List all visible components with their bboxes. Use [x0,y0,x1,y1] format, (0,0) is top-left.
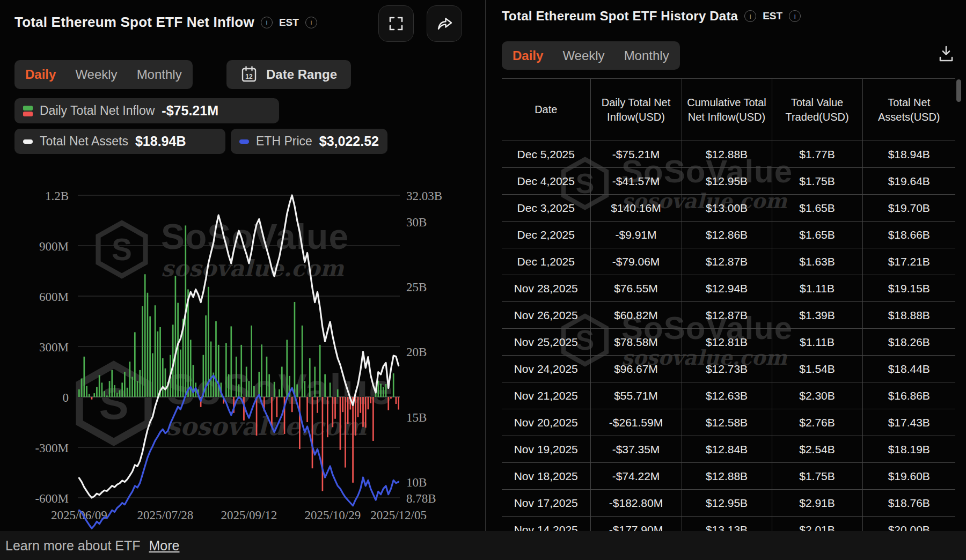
share-button[interactable] [427,5,462,42]
cell-assets: $19.60B [862,463,955,490]
cell-cumulative: $12.87B [682,302,772,329]
cell-date: Dec 1,2025 [502,248,590,275]
tab-monthly[interactable]: Monthly [624,48,669,63]
legend-label: Total Net Assets [40,134,128,149]
cell-inflow: $96.67M [590,356,682,382]
cell-inflow: -$74.22M [590,463,682,490]
date-range-button[interactable]: 12 Date Range [226,60,351,89]
table-row: Dec 3,2025$140.16M$13.00B$1.65B$19.70B [502,195,955,222]
cell-cumulative: $13.13B [682,517,772,532]
timezone-label: EST [763,10,782,22]
table-period-tabs: DailyWeeklyMonthly [502,41,680,70]
history-data-table: DateDaily Total Net Inflow(USD)Cumulativ… [502,78,955,531]
cell-cumulative: $12.88B [682,141,772,168]
cell-inflow: -$37.35M [590,436,682,463]
cell-assets: $18.88B [862,302,955,329]
cell-assets: $17.43B [862,409,955,436]
cell-date: Dec 5,2025 [502,141,590,168]
chart-period-tabs: DailyWeeklyMonthly [14,60,193,89]
legend-chip-eth-price[interactable]: ETH Price$3,022.52 [231,129,387,154]
tab-monthly[interactable]: Monthly [137,67,182,82]
info-icon[interactable]: i [305,17,317,28]
cell-date: Nov 14,2025 [502,517,590,532]
legend-label: ETH Price [256,134,312,149]
table-title: Total Ethereum Spot ETF History Data [502,9,738,24]
cell-date: Nov 21,2025 [502,382,590,409]
cell-traded: $1.65B [772,222,862,248]
legend-value: $18.94B [135,134,186,149]
cell-date: Dec 2,2025 [502,222,590,248]
table-row: Nov 24,2025$96.67M$12.73B$1.54B$18.44B [502,356,955,382]
table-row: Nov 25,2025$78.58M$12.81B$1.11B$18.26B [502,329,955,356]
cell-date: Nov 26,2025 [502,302,590,329]
cell-inflow: -$75.21M [590,141,682,168]
cell-traded: $2.54B [772,436,862,463]
table-row: Dec 4,2025-$41.57M$12.95B$1.75B$19.64B [502,168,955,195]
cell-date: Nov 25,2025 [502,329,590,356]
panel-divider [485,0,486,531]
download-button[interactable] [937,44,955,63]
cell-inflow: -$41.57M [590,168,682,195]
tab-daily[interactable]: Daily [513,48,543,63]
cell-date: Nov 28,2025 [502,275,590,302]
cell-traded: $1.11B [772,275,862,302]
cell-traded: $2.01B [772,517,862,532]
cell-date: Nov 17,2025 [502,490,590,517]
column-header: Total Net Assets(USD) [862,79,955,141]
cell-cumulative: $12.94B [682,275,772,302]
footer-more-link[interactable]: More [149,538,180,554]
cell-traded: $1.65B [772,195,862,222]
cell-assets: $18.26B [862,329,955,356]
table-row: Dec 2,2025-$9.91M$12.86B$1.65B$18.66B [502,222,955,248]
cell-traded: $1.54B [772,356,862,382]
table-row: Dec 5,2025-$75.21M$12.88B$1.77B$18.94B [502,141,955,168]
cell-cumulative: $12.87B [682,248,772,275]
cell-traded: $2.30B [772,382,862,409]
cell-traded: $1.75B [772,463,862,490]
cell-traded: $2.76B [772,409,862,436]
cell-inflow: -$79.06M [590,248,682,275]
cell-assets: $17.21B [862,248,955,275]
table-scrollbar[interactable] [956,79,961,102]
cell-cumulative: $12.84B [682,436,772,463]
footer-text: Learn more about ETF [5,538,141,554]
cell-date: Nov 24,2025 [502,356,590,382]
cell-date: Dec 4,2025 [502,168,590,195]
cell-assets: $16.86B [862,382,955,409]
cell-traded: $1.63B [772,248,862,275]
cell-inflow: -$9.91M [590,222,682,248]
cell-inflow: -$182.80M [590,490,682,517]
share-icon [436,16,453,32]
column-header: Total Value Traded(USD) [772,79,862,141]
cell-inflow: -$261.59M [590,409,682,436]
etf-net-inflow-panel: Total Ethereum Spot ETF Net Inflow i EST… [0,0,485,531]
tab-weekly[interactable]: Weekly [562,48,604,63]
table-row: Nov 26,2025$60.82M$12.87B$1.39B$18.88B [502,302,955,329]
info-icon[interactable]: i [261,17,273,28]
cell-cumulative: $12.58B [682,409,772,436]
cell-traded: $1.75B [772,168,862,195]
table-row: Dec 1,2025-$79.06M$12.87B$1.63B$17.21B [502,248,955,275]
legend-value: -$75.21M [162,103,218,119]
legend-chip-total-net-assets[interactable]: Total Net Assets$18.94B [14,129,225,154]
table-row: Nov 17,2025-$182.80M$12.95B$2.91B$18.76B [502,490,955,517]
fullscreen-button[interactable] [378,5,414,42]
svg-text:12: 12 [245,73,253,80]
legend-chip-daily-total-net-inflow[interactable]: Daily Total Net Inflow-$75.21M [14,98,279,123]
cell-traded: $2.91B [772,490,862,517]
cell-assets: $18.66B [862,222,955,248]
tab-weekly[interactable]: Weekly [75,67,117,82]
fullscreen-icon [389,16,404,31]
tab-daily[interactable]: Daily [25,67,56,82]
cell-date: Dec 3,2025 [502,195,590,222]
info-icon[interactable]: i [744,10,756,22]
info-icon[interactable]: i [789,10,801,22]
cell-traded: $1.77B [772,141,862,168]
legend-label: Daily Total Net Inflow [40,104,155,118]
cell-date: Nov 20,2025 [502,409,590,436]
table-row: Nov 28,2025$76.55M$12.94B$1.11B$19.15B [502,275,955,302]
cell-traded: $1.39B [772,302,862,329]
calendar-icon: 12 [240,65,258,84]
cell-assets: $19.70B [862,195,955,222]
date-range-label: Date Range [266,67,337,82]
